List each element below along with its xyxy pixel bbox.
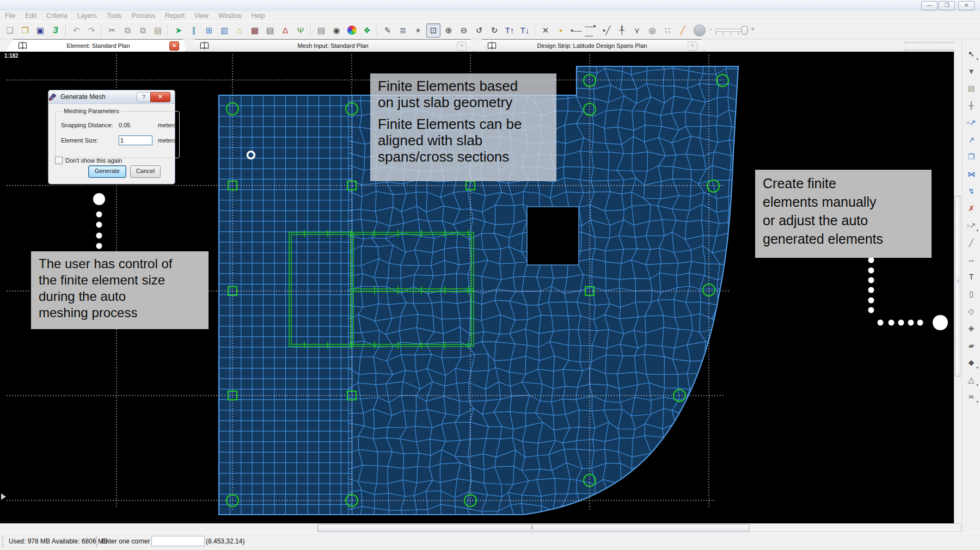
dropdown-arrow-icon[interactable]: ▾ <box>976 366 978 370</box>
close-button[interactable]: ✕ <box>958 1 975 10</box>
horizontal-scroll-thumb[interactable] <box>318 524 749 532</box>
import-dwg-icon[interactable]: ➤ <box>171 23 186 38</box>
dropdown-arrow-icon[interactable]: ▾ <box>976 400 978 404</box>
slab-opening-icon[interactable]: ◆▾ <box>964 355 978 369</box>
page-flip-icon[interactable]: ❐ <box>964 150 978 164</box>
load-tool-icon[interactable]: Ψ <box>293 23 308 38</box>
move-point-icon[interactable]: ▫↗▾ <box>964 218 978 232</box>
menu-layers[interactable]: Layers <box>72 11 102 21</box>
restore-button[interactable]: ❐ <box>939 1 955 10</box>
tab-close-icon[interactable]: ✕ <box>169 41 179 51</box>
opacity-slider[interactable]: -+ <box>709 25 756 36</box>
open-file-icon[interactable]: ❐ <box>18 23 32 38</box>
menu-window[interactable]: Window <box>213 11 247 21</box>
display-options-icon[interactable]: ◉ <box>329 23 344 38</box>
menu-report[interactable]: Report <box>160 11 189 21</box>
render-lamp-icon[interactable] <box>694 24 706 36</box>
draw-icon[interactable]: ✎ <box>381 23 395 38</box>
dropdown-arrow-icon[interactable]: ▾ <box>976 383 978 387</box>
snap-node-icon[interactable]: ▪ <box>554 23 568 38</box>
snap-center-icon[interactable]: ◎ <box>645 23 659 38</box>
snap-endpoint-icon[interactable]: ▪— <box>569 23 583 38</box>
checkbox-box[interactable] <box>55 157 63 164</box>
menu-criteria[interactable]: Criteria <box>41 11 72 21</box>
tab-grip[interactable] <box>904 42 954 51</box>
horizontal-scrollbar[interactable] <box>317 523 961 532</box>
dialog-title-bar[interactable]: Generate Mesh ? ✕ <box>48 90 175 104</box>
menu-process[interactable]: Process <box>127 11 160 21</box>
copy-special-icon[interactable]: ⧉ <box>136 23 150 38</box>
support-tool-icon[interactable]: Δ <box>278 23 292 38</box>
delete-segment-icon[interactable]: ✗ <box>964 201 978 215</box>
filter-tool-icon[interactable]: ▼ <box>964 64 978 78</box>
tab-close-icon[interactable]: ✕ <box>457 41 467 51</box>
color-wheel-icon[interactable] <box>345 23 359 38</box>
snap-midpoint-icon[interactable]: —▪— <box>584 23 598 38</box>
stretch-tool-icon[interactable]: ▫↗ <box>964 115 978 129</box>
view-tab-3[interactable]: Design Strip: Latitude Design Spans Plan… <box>475 39 705 52</box>
dont-show-again-checkbox[interactable]: Don't show this again <box>55 157 122 164</box>
redo-icon[interactable]: ↷ <box>84 23 99 38</box>
snap-perpendicular-icon[interactable]: ╀ <box>615 23 629 38</box>
generate-button[interactable]: Generate <box>88 165 126 178</box>
slider-thumb[interactable] <box>742 26 748 35</box>
dropdown-arrow-icon[interactable]: ▾ <box>976 228 978 233</box>
zoom-next-icon[interactable]: ↻ <box>487 23 501 38</box>
print-icon[interactable]: ▤ <box>314 23 328 38</box>
wall-tool-icon[interactable]: ▥ <box>217 23 231 38</box>
view-tab-2[interactable]: Mesh Input: Standard Plan✕ <box>187 39 474 52</box>
dropdown-arrow-icon[interactable]: ▾ <box>976 57 978 61</box>
cut-icon[interactable]: ✂ <box>105 23 119 38</box>
grid-tool-icon[interactable]: ⊞ <box>202 23 216 38</box>
snap-angle-icon[interactable]: ╱ <box>676 23 690 38</box>
select-tool-icon[interactable]: ↖▾ <box>964 47 978 61</box>
menu-view[interactable]: View <box>189 11 213 21</box>
zoom-window-icon[interactable]: ⊡ <box>426 23 440 38</box>
vertical-scrollbar[interactable] <box>954 52 961 523</box>
adapt-logo-icon[interactable]: 3 <box>48 23 63 38</box>
snap-branch-icon[interactable]: ⋎ <box>630 23 644 38</box>
paste-icon[interactable]: ▤ <box>151 23 165 38</box>
frame-tool-icon[interactable]: ⌂ <box>232 23 247 38</box>
zoom-in-icon[interactable]: ⊕ <box>442 23 456 38</box>
zoom-previous-icon[interactable]: ↺ <box>472 23 486 38</box>
save-icon[interactable]: ▣ <box>33 23 47 38</box>
tab-close-icon[interactable]: ✕ <box>688 41 697 51</box>
snap-intersection-icon[interactable]: ✕ <box>538 23 553 38</box>
menu-help[interactable]: Help <box>247 11 270 21</box>
zoom-out-icon[interactable]: ⊖ <box>457 23 471 38</box>
text-larger-icon[interactable]: T↑ <box>503 23 517 38</box>
cancel-button[interactable]: Cancel <box>130 165 161 178</box>
menu-file[interactable]: File <box>0 11 20 21</box>
dialog-help-button[interactable]: ? <box>137 92 151 102</box>
menu-edit[interactable]: Edit <box>20 11 41 21</box>
copy-icon[interactable]: ⧉ <box>120 23 134 38</box>
element-size-input[interactable] <box>119 135 152 145</box>
line-tool-icon[interactable]: ╱ <box>964 236 978 250</box>
reshape-tool-icon[interactable]: ↯ <box>964 184 978 198</box>
extrude-tool-icon[interactable]: ↗ <box>964 133 978 147</box>
column-tool-icon[interactable]: ∥ <box>187 23 201 38</box>
pan-tool-icon[interactable]: ╋ <box>964 98 978 113</box>
mirror-tool-icon[interactable]: ⋈ <box>964 167 978 181</box>
drop-panel-icon[interactable]: ◇ <box>964 304 978 318</box>
snap-grid-icon[interactable]: ∷ <box>660 23 675 38</box>
report-tool-icon[interactable]: ▤ <box>263 23 277 38</box>
minimize-button[interactable]: — <box>921 1 938 10</box>
column-3d-icon[interactable]: ▯ <box>964 287 978 301</box>
coordinate-input[interactable] <box>151 536 205 546</box>
view-tab-1[interactable]: Element: Standard Plan✕ <box>5 39 186 52</box>
tendon-tool-icon[interactable]: ≍▾ <box>964 390 978 404</box>
zoom-extents-icon[interactable]: ⌖ <box>411 23 425 38</box>
dimension-tool-icon[interactable]: ↔ <box>964 252 978 267</box>
layers-icon[interactable]: ❖ <box>360 23 374 38</box>
calculator-icon[interactable]: ▦ <box>248 23 262 38</box>
new-file-icon[interactable]: ❏ <box>3 23 17 38</box>
text-smaller-icon[interactable]: T↓ <box>518 23 532 38</box>
snap-nearest-icon[interactable]: ▪╱ <box>599 23 614 38</box>
text-tool-icon[interactable]: T <box>964 270 978 284</box>
print-region-icon[interactable]: ▤ <box>964 81 978 95</box>
dialog-close-button[interactable]: ✕ <box>150 92 170 102</box>
beam-3d-icon[interactable]: ▰ <box>964 338 978 353</box>
slab-region-icon[interactable]: ◈ <box>964 321 978 335</box>
